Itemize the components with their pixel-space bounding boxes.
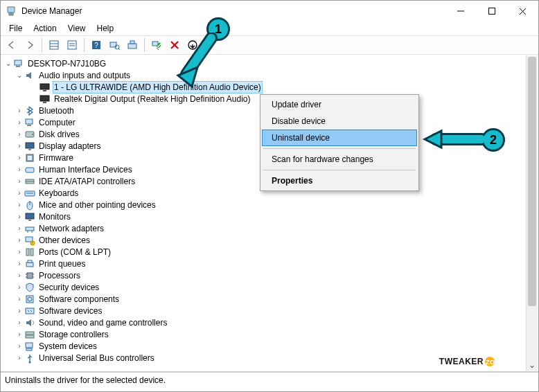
chevron-right-icon[interactable]: ›	[15, 306, 24, 316]
chevron-right-icon[interactable]: ›	[15, 235, 24, 245]
category-icon	[24, 282, 35, 293]
cm-disable-device[interactable]: Disable device	[262, 113, 417, 130]
scroll-down-button[interactable]: ⌄	[527, 359, 538, 371]
svg-line-16	[118, 48, 120, 50]
scan-hardware-button[interactable]	[106, 37, 123, 53]
enable-device-button[interactable]	[148, 37, 165, 53]
category-label: Computer	[37, 117, 77, 128]
tree-category[interactable]: ›Monitors	[2, 211, 537, 222]
help-button[interactable]: ?	[88, 37, 105, 53]
chevron-right-icon[interactable]: ›	[15, 141, 24, 151]
chevron-right-icon[interactable]: ›	[15, 153, 24, 163]
tree-category[interactable]: ›!Other devices	[2, 234, 537, 246]
chevron-right-icon[interactable]: ›	[15, 118, 24, 127]
svg-rect-29	[26, 119, 33, 124]
tree-category[interactable]: ›Network adapters	[2, 222, 537, 234]
title-bar: Device Manager	[1, 1, 538, 21]
svg-rect-23	[15, 60, 21, 65]
category-icon	[24, 129, 35, 140]
svg-point-68	[29, 361, 31, 363]
back-button[interactable]	[3, 37, 20, 53]
menu-help[interactable]: Help	[91, 22, 120, 35]
chevron-right-icon[interactable]: ›	[15, 318, 24, 328]
tree-root[interactable]: ⌄ DESKTOP-N7J10BG	[2, 57, 537, 69]
menu-view[interactable]: View	[62, 22, 91, 35]
chevron-right-icon[interactable]: ›	[15, 271, 24, 280]
svg-rect-19	[152, 42, 158, 46]
tree-category[interactable]: ›Storage controllers	[2, 328, 537, 340]
scroll-thumb[interactable]	[528, 57, 536, 306]
svg-rect-33	[26, 143, 34, 148]
svg-rect-44	[26, 213, 34, 219]
forward-button[interactable]	[21, 37, 38, 53]
update-driver-button[interactable]	[124, 37, 141, 53]
chevron-down-icon[interactable]: ⌄	[15, 71, 24, 80]
menu-action[interactable]: Action	[28, 22, 62, 35]
tree-category[interactable]: ›Software devices	[2, 305, 537, 317]
chevron-right-icon[interactable]: ›	[15, 130, 24, 139]
chevron-right-icon[interactable]: ›	[15, 341, 24, 351]
tree-category[interactable]: ›Print queues	[2, 258, 537, 269]
category-label: Other devices	[37, 235, 91, 246]
vertical-scrollbar[interactable]: ⌄	[526, 55, 538, 371]
svg-rect-1	[9, 13, 13, 15]
category-icon	[24, 117, 35, 128]
svg-rect-63	[26, 308, 34, 314]
show-hide-tree-button[interactable]	[46, 37, 62, 53]
category-icon	[24, 247, 35, 258]
chevron-right-icon[interactable]: ›	[15, 165, 24, 175]
cm-uninstall-device[interactable]: Uninstall device	[262, 130, 417, 146]
chevron-right-icon[interactable]: ›	[15, 200, 24, 210]
tree-category[interactable]: ›Processors	[2, 269, 537, 281]
chevron-right-icon[interactable]: ›	[15, 212, 24, 222]
chevron-right-icon[interactable]: ›	[15, 177, 24, 186]
monitor-icon	[39, 82, 51, 93]
tree-category[interactable]: ›System devices	[2, 340, 537, 352]
chevron-right-icon[interactable]: ›	[15, 106, 24, 116]
tree-category[interactable]: ›Ports (COM & LPT)	[2, 246, 537, 258]
cm-update-driver[interactable]: Update driver	[262, 96, 417, 113]
chevron-right-icon[interactable]: ›	[15, 224, 24, 233]
disable-device-button[interactable]	[184, 37, 201, 53]
tree-category[interactable]: ›Security devices	[2, 281, 537, 293]
chevron-right-icon[interactable]: ›	[15, 188, 24, 198]
window-title: Device Manager	[21, 6, 445, 16]
tree-category[interactable]: ›Software components	[2, 293, 537, 305]
tree-category[interactable]: ›Sound, video and game controllers	[2, 317, 537, 328]
tree-category-audio[interactable]: ⌄ Audio inputs and outputs	[2, 69, 537, 81]
tree-device-selected[interactable]: 1 - LG ULTRAWIDE (AMD High Definition Au…	[2, 81, 537, 93]
svg-rect-34	[28, 149, 31, 150]
svg-rect-28	[43, 102, 46, 103]
properties-button[interactable]	[64, 37, 80, 53]
category-label: Print queues	[37, 258, 87, 269]
maximize-button[interactable]	[476, 1, 507, 21]
svg-rect-66	[26, 343, 33, 348]
cm-properties[interactable]: Properties	[262, 172, 417, 189]
chevron-right-icon[interactable]: ›	[15, 294, 24, 304]
root-label: DESKTOP-N7J10BG	[26, 58, 107, 69]
category-icon	[24, 294, 35, 305]
category-icon	[24, 329, 35, 340]
chevron-right-icon[interactable]: ›	[15, 283, 24, 292]
category-label: IDE ATA/ATAPI controllers	[37, 176, 136, 187]
chevron-down-icon[interactable]: ⌄	[3, 59, 13, 69]
uninstall-device-button[interactable]	[166, 37, 183, 53]
close-button[interactable]	[507, 1, 538, 21]
monitor-icon	[39, 93, 51, 105]
callout-1-number: 1	[215, 22, 222, 37]
cm-scan-hardware[interactable]: Scan for hardware changes	[262, 151, 417, 168]
minimize-button[interactable]	[445, 1, 476, 21]
menu-file[interactable]: File	[3, 22, 28, 35]
chevron-right-icon[interactable]: ›	[15, 247, 24, 257]
category-label: Disk drives	[37, 129, 81, 140]
category-icon	[24, 305, 35, 317]
chevron-right-icon[interactable]: ›	[15, 353, 24, 363]
watermark: TWEAKERZONE	[439, 355, 513, 366]
svg-rect-18	[130, 41, 134, 44]
chevron-right-icon[interactable]: ›	[15, 330, 24, 339]
chevron-right-icon[interactable]: ›	[15, 259, 24, 269]
svg-rect-24	[16, 66, 20, 67]
callout-2-number: 2	[490, 133, 497, 148]
svg-rect-30	[27, 125, 31, 126]
tree-category[interactable]: ›Mice and other pointing devices	[2, 199, 537, 211]
